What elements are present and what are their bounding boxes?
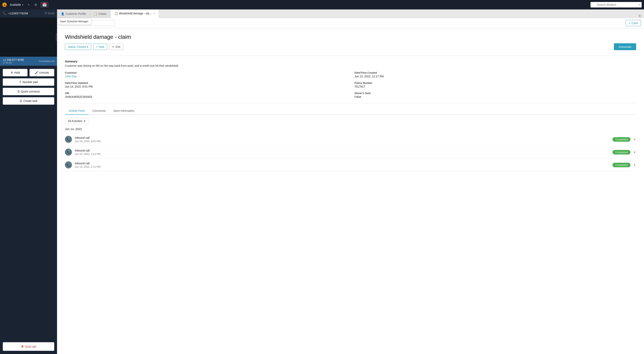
customer-label: Customer [65,71,347,74]
share-button[interactable]: ⎘ [636,14,644,18]
tab3-icon: 📋 [114,12,118,15]
end-call-icon: ✖ [21,345,24,348]
content-area: 👤 Customer Profile Open Schedule Manager… [57,10,644,354]
search-wisdom-dropdown-icon[interactable]: ▾ [639,4,640,6]
sidebar-scrollbar [56,33,57,41]
hold-label: Hold [14,71,20,74]
expand-activity-3[interactable]: ▾ [633,163,636,167]
connected-call-number: +1 206-577-8298 [3,58,24,61]
timer-icon-sm: ⏱ [3,61,5,64]
tab-windshield-damage[interactable]: 📋 Windshield damage - cla... × [110,10,159,18]
add-case-icon: + [629,22,630,25]
tab1-label: Customer Profile [66,12,86,15]
vin-field: VIN JH4KA4650JC000403 [65,92,347,98]
gear-icon[interactable]: ⚙ [33,2,39,8]
number-pad-icon: ⠿ [19,81,21,84]
edit-icon: ✏ [112,45,114,48]
owners-fault-label: Owner's fault [354,92,636,95]
add-case-button[interactable]: + Case [626,20,641,26]
associate-button[interactable]: Associate [614,43,636,50]
activity-title-1: Inbound call [75,136,610,139]
hold-unmute-row: ⏸ Hold 🎤 Unmute [3,69,54,76]
calendar-icon[interactable]: 📅 [40,2,48,8]
unmute-label: Unmute [39,71,49,74]
expand-activity-1[interactable]: ▾ [633,137,636,142]
create-task-label: Create task [24,99,38,103]
tabs-bar: 👤 Customer Profile Open Schedule Manager… [57,10,644,18]
timer-icon: ⏱ [44,12,47,15]
details-grid: Customer John Doe ··· Date/Time Created … [65,71,636,98]
edit-button[interactable]: ✏ Edit [109,44,123,50]
activity-info-3: Inbound call Jun 14, 2022, 2:11 PM [75,162,610,168]
search-wisdom-input[interactable] [590,2,642,8]
status-label: Status: Closed [68,45,86,48]
expand-activity-2[interactable]: ▾ [633,150,636,154]
date-group-label: Jun 14, 2022 [65,127,636,131]
activity-title-2: Inbound call [75,149,610,152]
search-wisdom-wrapper: 🔍 ▾ [590,2,642,8]
hold-button[interactable]: ⏸ Hold [3,69,28,76]
top-navigation: ☁ Available ▾ + ⚙ 📅 🔍 ▾ [0,0,644,10]
activity-list: 📞 Inbound call Jun 14, 2022, 8:01 PM Com… [65,133,636,171]
status-button[interactable]: Status: Closed ▾ [65,44,91,50]
policy-number-field: Policy Number 7017817 [354,82,636,88]
task-button[interactable]: + Task [93,44,107,50]
create-task-icon: ☰ [20,99,22,103]
plus-button[interactable]: + [26,2,31,7]
status-label: Available [10,3,21,6]
case-content: Windshield damage - claim Status: Closed… [57,28,644,354]
vin-value: JH4KA4650JC000403 [65,95,347,98]
tab-activity-feed[interactable]: Activity Feed [65,107,88,115]
unmute-button[interactable]: 🎤 Unmute [30,69,54,76]
date-updated-label: Date/Time Updated [65,82,347,84]
sidebar-controls: ⏸ Hold 🎤 Unmute ⠿ Number pad ☰ Quick con… [0,66,57,354]
tab-cases[interactable]: 📋 Cases [90,10,110,18]
activity-avatar-2: 📞 [65,149,72,156]
connected-call-label: ⏱ 01:10 [3,61,24,64]
status-dropdown-button[interactable]: Available ▾ [8,2,25,7]
completed-badge-2: Completed [612,150,630,154]
tab2-icon: 📋 [94,12,97,15]
date-updated-field: Date/Time Updated Jun 14, 2022, 8:01 PM [65,82,347,88]
status-drop-icon: ▾ [87,45,88,48]
tab-comments[interactable]: Comments [88,107,110,115]
connected-call-timer: 01:10 [6,61,12,64]
tooltip-popup: Open Schedule Manager [57,18,92,25]
phone-icon: 📞 [3,12,7,15]
date-updated-value: Jun 14, 2022, 8:01 PM [65,85,347,88]
tab-close-button[interactable]: × [154,12,155,15]
sidebar: 📞 +12065778298 ⏱ 01:10 +1 206-577-8298 ⏱… [0,10,57,354]
completed-badge-1: Completed [612,137,630,142]
end-call-button[interactable]: ✖ End call [3,342,54,351]
quick-connects-icon: ☰ [17,90,20,93]
owners-fault-value: False [354,95,636,98]
app-logo: ☁ [2,3,7,7]
date-created-field: Date/Time Created Jun 13, 2022, 12:17 PM [354,71,636,78]
activity-item-1: 📞 Inbound call Jun 14, 2022, 8:01 PM Com… [65,133,636,146]
activity-item-2: 📞 Inbound call Jun 14, 2022, 2:12 PM Com… [65,146,636,159]
filter-row: All Activities ▾ [65,118,636,124]
quick-connects-button[interactable]: ☰ Quick connects [3,88,54,95]
tab-customer-profile[interactable]: 👤 Customer Profile Open Schedule Manager [57,10,90,18]
number-pad-button[interactable]: ⠿ Number pad [3,78,54,86]
customer-dots: ··· [78,75,80,78]
completed-badge-3: Completed [612,163,630,167]
all-activities-dropdown[interactable]: All Activities ▾ [65,118,88,124]
activity-tabs: Activity Feed Comments More Information [65,107,636,115]
policy-number-label: Policy Number [354,82,636,84]
customer-name: John Doe [65,75,77,78]
number-pad-label: Number pad [22,81,38,84]
hold-icon: ⏸ [10,71,13,74]
unmute-icon: 🎤 [35,71,38,74]
customer-value[interactable]: John Doe ··· [65,75,347,78]
tab-more-information[interactable]: More Information [110,107,138,115]
filter-label: All Activities [68,119,82,123]
main-layout: 📞 +12065778298 ⏱ 01:10 +1 206-577-8298 ⏱… [0,10,644,354]
filter-drop-icon: ▾ [84,119,85,123]
timer-value: 01:10 [48,12,54,15]
activity-time-3: Jun 14, 2022, 2:11 PM [75,165,610,168]
create-task-button[interactable]: ☰ Create task [3,97,54,105]
task-label: + Task [96,45,104,48]
customer-field: Customer John Doe ··· [65,71,347,78]
end-call-label: End call [25,345,36,348]
